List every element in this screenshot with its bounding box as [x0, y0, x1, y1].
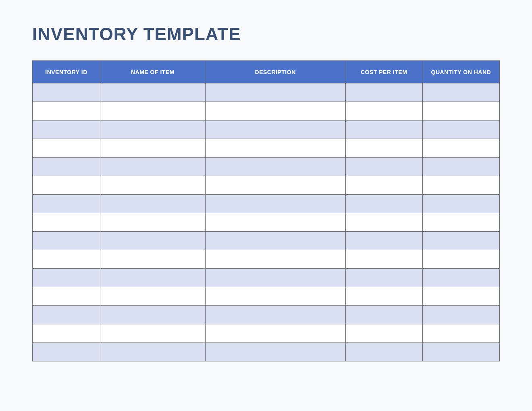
cell-inventory-id[interactable]: [33, 83, 100, 102]
table-row: [33, 195, 500, 213]
cell-inventory-id[interactable]: [33, 195, 100, 213]
table-row: [33, 83, 500, 102]
cell-name[interactable]: [100, 324, 206, 343]
cell-inventory-id[interactable]: [33, 287, 100, 306]
cell-quantity[interactable]: [422, 213, 499, 232]
cell-cost[interactable]: [345, 343, 422, 361]
cell-cost[interactable]: [345, 232, 422, 250]
col-header-description: DESCRIPTION: [205, 61, 345, 83]
cell-cost[interactable]: [345, 158, 422, 176]
cell-inventory-id[interactable]: [33, 213, 100, 232]
cell-cost[interactable]: [345, 139, 422, 158]
cell-cost[interactable]: [345, 213, 422, 232]
cell-description[interactable]: [205, 158, 345, 176]
cell-cost[interactable]: [345, 287, 422, 306]
cell-inventory-id[interactable]: [33, 176, 100, 195]
inventory-table: INVENTORY ID NAME OF ITEM DESCRIPTION CO…: [32, 60, 500, 361]
table-row: [33, 213, 500, 232]
cell-inventory-id[interactable]: [33, 232, 100, 250]
cell-quantity[interactable]: [422, 324, 499, 343]
cell-name[interactable]: [100, 287, 206, 306]
page-title: INVENTORY TEMPLATE: [32, 24, 500, 44]
cell-name[interactable]: [100, 176, 206, 195]
col-header-name: NAME OF ITEM: [100, 61, 206, 83]
cell-name[interactable]: [100, 306, 206, 324]
cell-name[interactable]: [100, 213, 206, 232]
cell-inventory-id[interactable]: [33, 139, 100, 158]
cell-inventory-id[interactable]: [33, 250, 100, 269]
cell-quantity[interactable]: [422, 158, 499, 176]
cell-cost[interactable]: [345, 102, 422, 120]
cell-description[interactable]: [205, 120, 345, 139]
cell-name[interactable]: [100, 158, 206, 176]
cell-inventory-id[interactable]: [33, 343, 100, 361]
table-row: [33, 287, 500, 306]
cell-cost[interactable]: [345, 324, 422, 343]
table-row: [33, 120, 500, 139]
cell-description[interactable]: [205, 287, 345, 306]
cell-cost[interactable]: [345, 269, 422, 287]
cell-quantity[interactable]: [422, 306, 499, 324]
cell-name[interactable]: [100, 139, 206, 158]
table-row: [33, 306, 500, 324]
cell-cost[interactable]: [345, 306, 422, 324]
col-header-inventory-id: INVENTORY ID: [33, 61, 100, 83]
table-row: [33, 343, 500, 361]
cell-description[interactable]: [205, 269, 345, 287]
cell-name[interactable]: [100, 102, 206, 120]
cell-inventory-id[interactable]: [33, 269, 100, 287]
cell-quantity[interactable]: [422, 83, 499, 102]
cell-description[interactable]: [205, 250, 345, 269]
cell-name[interactable]: [100, 195, 206, 213]
table-row: [33, 250, 500, 269]
cell-quantity[interactable]: [422, 139, 499, 158]
cell-cost[interactable]: [345, 83, 422, 102]
cell-quantity[interactable]: [422, 195, 499, 213]
cell-name[interactable]: [100, 250, 206, 269]
cell-quantity[interactable]: [422, 232, 499, 250]
cell-quantity[interactable]: [422, 269, 499, 287]
cell-name[interactable]: [100, 120, 206, 139]
cell-description[interactable]: [205, 213, 345, 232]
cell-cost[interactable]: [345, 120, 422, 139]
table-row: [33, 232, 500, 250]
table-row: [33, 324, 500, 343]
table-row: [33, 269, 500, 287]
cell-description[interactable]: [205, 83, 345, 102]
cell-cost[interactable]: [345, 176, 422, 195]
cell-quantity[interactable]: [422, 250, 499, 269]
table-row: [33, 176, 500, 195]
cell-inventory-id[interactable]: [33, 324, 100, 343]
table-row: [33, 158, 500, 176]
cell-cost[interactable]: [345, 195, 422, 213]
cell-quantity[interactable]: [422, 120, 499, 139]
cell-quantity[interactable]: [422, 343, 499, 361]
table-body: [33, 83, 500, 361]
cell-inventory-id[interactable]: [33, 120, 100, 139]
cell-inventory-id[interactable]: [33, 306, 100, 324]
cell-description[interactable]: [205, 343, 345, 361]
cell-quantity[interactable]: [422, 287, 499, 306]
cell-inventory-id[interactable]: [33, 102, 100, 120]
cell-description[interactable]: [205, 324, 345, 343]
cell-description[interactable]: [205, 306, 345, 324]
col-header-quantity: QUANTITY ON HAND: [422, 61, 499, 83]
col-header-cost: COST PER ITEM: [345, 61, 422, 83]
cell-description[interactable]: [205, 139, 345, 158]
cell-description[interactable]: [205, 102, 345, 120]
cell-name[interactable]: [100, 269, 206, 287]
cell-name[interactable]: [100, 232, 206, 250]
cell-inventory-id[interactable]: [33, 158, 100, 176]
table-row: [33, 139, 500, 158]
cell-quantity[interactable]: [422, 176, 499, 195]
cell-description[interactable]: [205, 176, 345, 195]
cell-cost[interactable]: [345, 250, 422, 269]
cell-name[interactable]: [100, 343, 206, 361]
table-row: [33, 102, 500, 120]
cell-name[interactable]: [100, 83, 206, 102]
cell-description[interactable]: [205, 232, 345, 250]
table-header-row: INVENTORY ID NAME OF ITEM DESCRIPTION CO…: [33, 61, 500, 83]
cell-quantity[interactable]: [422, 102, 499, 120]
cell-description[interactable]: [205, 195, 345, 213]
